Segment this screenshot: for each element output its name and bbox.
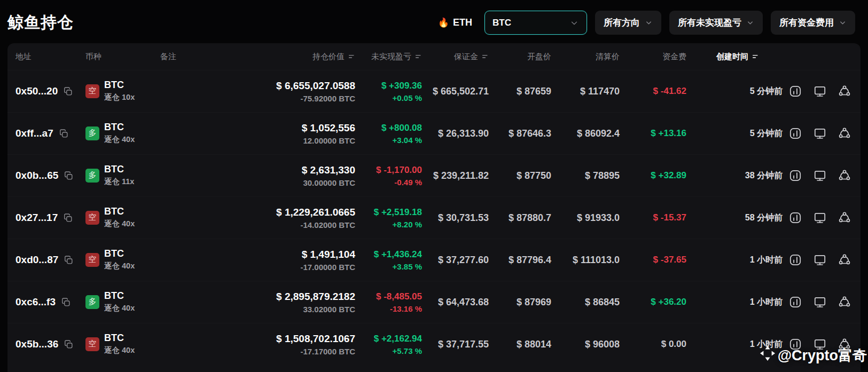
copy-icon[interactable] [64, 339, 74, 350]
unrealized-pnl-percent: -13.16 % [355, 304, 422, 313]
monitor-icon[interactable] [813, 126, 827, 140]
position-amount: 30.00000 BTC [238, 178, 355, 187]
column-header-addr: 地址 [15, 52, 85, 62]
copy-icon[interactable] [63, 86, 73, 97]
unrealized-pnl-percent: -0.49 % [355, 178, 422, 187]
positions-table: 地址币种备注持仓价值未实现盈亏保证金开盘价清算价资金费创建时间 0x50...2… [7, 43, 861, 372]
open-price: $ 87969 [489, 297, 551, 308]
wallet-address[interactable]: 0x27...17 [15, 212, 58, 224]
liquidation-price: $ 86092.4 [551, 128, 620, 139]
created-time: 5 分钟前 [686, 128, 783, 139]
open-price: $ 87796.4 [489, 255, 551, 266]
pnl-filter-label: 所有未实现盈亏 [678, 17, 741, 29]
monitor-icon[interactable] [813, 337, 827, 351]
position-stats-icon[interactable] [788, 253, 802, 267]
open-price: $ 87659 [489, 86, 551, 97]
coin-select[interactable]: BTC [484, 11, 587, 35]
open-price: $ 87880.7 [489, 212, 551, 224]
column-header-open: 开盘价 [489, 52, 551, 62]
copy-icon[interactable] [64, 255, 74, 265]
position-stats-icon[interactable] [788, 337, 802, 351]
coin-name: BTC [104, 291, 135, 302]
page-title: 鲸鱼持仓 [7, 12, 74, 34]
position-side-badge: 多 [85, 295, 99, 309]
hot-coin-indicator[interactable]: 🔥 ETH [438, 17, 472, 28]
share-network-icon[interactable] [838, 126, 851, 140]
column-header-margin[interactable]: 保证金 [422, 52, 489, 62]
copy-icon[interactable] [64, 171, 74, 181]
wallet-address[interactable]: 0xff...a7 [15, 128, 53, 139]
column-header-funding: 资金费 [620, 52, 686, 62]
monitor-icon[interactable] [813, 211, 827, 225]
coin-name: BTC [104, 333, 135, 344]
position-value: $ 1,229,261.0665 [238, 207, 355, 218]
unrealized-pnl-percent: +3.85 % [355, 262, 422, 271]
table-row[interactable]: 0x0b...65 多 BTC 逐仓 11x $ 2,631,330 30.00… [7, 154, 861, 196]
monitor-icon[interactable] [813, 84, 827, 98]
position-side-badge: 多 [85, 126, 99, 140]
wallet-address[interactable]: 0x5b...36 [15, 338, 58, 350]
wallet-address[interactable]: 0xc6...f3 [15, 296, 56, 308]
margin-value: $ 665,502.71 [422, 86, 489, 97]
column-header-time[interactable]: 创建时间 [686, 52, 783, 62]
table-row[interactable]: 0xc6...f3 多 BTC 逐仓 40x $ 2,895,879.2182 … [7, 281, 861, 323]
sort-icon [415, 53, 422, 60]
funding-fee: $ -15.37 [620, 212, 686, 223]
table-row[interactable]: 0xff...a7 多 BTC 逐仓 40x $ 1,052,556 12.00… [7, 112, 861, 154]
direction-filter-label: 所有方向 [604, 17, 640, 29]
margin-mode-leverage: 逐仓 40x [104, 134, 135, 145]
funding-fee: $ 0.00 [620, 339, 686, 350]
unrealized-pnl-percent: +5.73 % [355, 346, 422, 355]
table-row[interactable]: 0x5b...36 空 BTC 逐仓 40x $ 1,508,702.1067 … [7, 323, 861, 365]
monitor-icon[interactable] [813, 169, 827, 183]
copy-icon[interactable] [59, 129, 69, 139]
table-row[interactable]: 0xd0...87 空 BTC 逐仓 40x $ 1,491,104 -17.0… [7, 239, 861, 281]
wallet-address[interactable]: 0xd0...87 [15, 254, 58, 266]
hot-coin-label: ETH [453, 17, 472, 28]
coin-select-value: BTC [492, 18, 511, 28]
chevron-down-icon [839, 19, 847, 27]
margin-value: $ 26,313.90 [422, 128, 489, 139]
direction-filter-button[interactable]: 所有方向 [595, 11, 661, 35]
margin-mode-leverage: 逐仓 40x [104, 345, 135, 355]
position-side-badge: 空 [85, 337, 99, 351]
column-header-pnl[interactable]: 未实现盈亏 [355, 52, 422, 62]
liquidation-price: $ 78895 [551, 170, 620, 181]
unrealized-pnl: $ +800.08 [355, 123, 422, 133]
table-row[interactable]: 0x50...20 空 BTC 逐仓 10x $ 6,655,027.0588 … [7, 70, 861, 112]
position-stats-icon[interactable] [788, 126, 802, 140]
share-network-icon[interactable] [838, 295, 851, 309]
open-price: $ 88014 [489, 339, 551, 350]
monitor-icon[interactable] [813, 253, 827, 267]
liquidation-price: $ 111013.0 [551, 255, 620, 266]
copy-icon[interactable] [63, 213, 73, 223]
wallet-address[interactable]: 0x0b...65 [15, 170, 58, 181]
funding-filter-button[interactable]: 所有资金费用 [771, 11, 855, 35]
column-header-coin: 币种 [85, 52, 160, 62]
share-network-icon[interactable] [838, 169, 851, 183]
position-stats-icon[interactable] [788, 84, 802, 98]
wallet-address[interactable]: 0x50...20 [15, 85, 58, 97]
created-time: 1 小时前 [686, 255, 783, 266]
share-network-icon[interactable] [838, 253, 851, 267]
table-row[interactable]: 0x27...17 空 BTC 逐仓 40x $ 1,229,261.0665 … [7, 196, 861, 239]
unrealized-pnl-percent: +8.20 % [355, 220, 422, 229]
share-network-icon[interactable] [838, 211, 851, 225]
column-header-liq: 清算价 [551, 52, 620, 62]
position-stats-icon[interactable] [788, 211, 802, 225]
monitor-icon[interactable] [813, 295, 827, 309]
margin-mode-leverage: 逐仓 40x [104, 261, 135, 271]
column-header-value[interactable]: 持仓价值 [238, 52, 355, 62]
position-stats-icon[interactable] [788, 169, 802, 183]
table-body: 0x50...20 空 BTC 逐仓 10x $ 6,655,027.0588 … [7, 70, 861, 365]
pnl-filter-button[interactable]: 所有未实现盈亏 [669, 11, 763, 35]
copy-icon[interactable] [61, 297, 71, 307]
funding-filter-label: 所有资金费用 [779, 17, 834, 29]
share-network-icon[interactable] [838, 84, 851, 98]
position-stats-icon[interactable] [788, 295, 802, 309]
created-time: 1 小时前 [686, 339, 783, 350]
position-amount: -17.17000 BTC [238, 347, 355, 356]
funding-fee: $ +13.16 [620, 128, 686, 139]
funding-fee: $ +36.20 [620, 297, 686, 307]
share-network-icon[interactable] [838, 337, 851, 351]
